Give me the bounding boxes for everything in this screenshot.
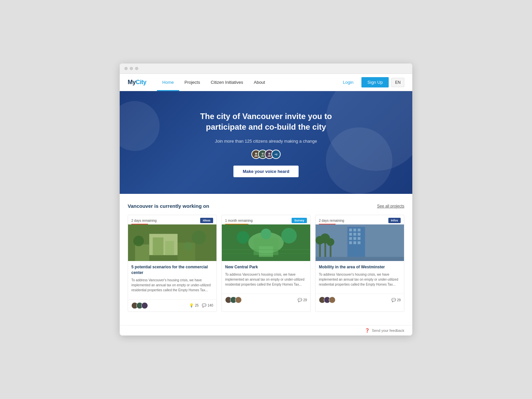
cta-button[interactable]: Make your voice heard [233, 166, 299, 177]
card-3-timer: 2 days remaining [319, 219, 344, 222]
svg-point-18 [237, 231, 249, 244]
svg-rect-31 [358, 233, 361, 236]
svg-rect-29 [349, 233, 352, 236]
svg-rect-34 [358, 237, 361, 240]
card-1-header: 2 days remaining Ideas [128, 215, 216, 224]
card-3-avatar-3 [329, 297, 335, 303]
projects-section: Vancouver is currently working on See al… [120, 194, 412, 325]
card-3-footer: 💬 29 [316, 294, 404, 306]
card-1-ideas-count: 25 [195, 304, 199, 307]
svg-point-20 [261, 229, 271, 239]
hero-avatars: +2 [128, 150, 404, 159]
svg-rect-37 [358, 241, 361, 244]
card-2-header: 1 month remaining Survey [222, 215, 310, 224]
feedback-icon: ❓ [365, 328, 370, 333]
svg-point-14 [184, 242, 193, 251]
nav-actions: Login Sign Up EN [337, 77, 404, 87]
svg-rect-35 [349, 241, 352, 244]
nav-about[interactable]: About [248, 74, 270, 91]
card-3-comments-count: 29 [397, 298, 401, 302]
svg-rect-9 [165, 241, 174, 255]
svg-point-43 [327, 238, 334, 246]
card-1-title: 5 potential scenarios for the commercial… [131, 264, 213, 276]
avatar-count: +2 [271, 150, 281, 159]
feedback-text[interactable]: Send your feedback [372, 329, 404, 332]
card-2-comments-count: 29 [303, 298, 307, 302]
nav-home[interactable]: Home [157, 74, 179, 91]
svg-rect-26 [349, 229, 352, 232]
see-all-link[interactable]: See all projects [377, 204, 404, 208]
navbar: MyCity Home Projects Citizen Initiatives… [120, 74, 412, 91]
svg-rect-33 [353, 237, 356, 240]
card-3-body: Mobility in the area of Westminster To a… [316, 261, 404, 294]
svg-point-3 [261, 155, 264, 157]
svg-rect-32 [349, 237, 352, 240]
svg-point-1 [254, 155, 258, 157]
card-2-timer: 1 month remaining [225, 219, 253, 222]
signup-button[interactable]: Sign Up [361, 77, 389, 87]
projects-header: Vancouver is currently working on See al… [128, 203, 404, 209]
card-3-image [316, 224, 404, 261]
comment-icon-3: 💬 [391, 298, 396, 302]
card-3-badge: Infos [388, 218, 401, 223]
card-3-stats: 💬 29 [391, 298, 401, 302]
browser-dot-green [135, 67, 138, 70]
card-1-avatars [131, 302, 148, 309]
project-card-3[interactable]: 2 days remaining Infos [315, 215, 404, 312]
nav-projects[interactable]: Projects [179, 74, 205, 91]
card-2-stat-comments: 💬 29 [298, 298, 307, 302]
card-2-body: New Central Park To address Vancouver's … [222, 261, 310, 294]
browser-dot-red [124, 67, 128, 70]
svg-rect-28 [358, 229, 361, 232]
card-1-stat-comments: 💬 140 [202, 303, 213, 308]
svg-rect-44 [316, 257, 404, 261]
card-1-comments-count: 140 [207, 304, 213, 307]
svg-rect-36 [353, 241, 356, 244]
card-3-desc: To address Vancouver's housing crisis, w… [319, 272, 401, 287]
card-3-title: Mobility in the area of Westminster [319, 264, 401, 270]
card-3-header: 2 days remaining Infos [316, 215, 404, 224]
svg-rect-21 [259, 246, 273, 257]
card-1-avatar-3 [141, 302, 148, 309]
site-logo[interactable]: MyCity [128, 79, 146, 86]
nav-citizen-initiatives[interactable]: Citizen Initiatives [205, 74, 249, 91]
projects-title: Vancouver is currently working on [128, 203, 209, 209]
cards-grid: 2 days remaining Ideas [128, 215, 404, 312]
svg-rect-30 [353, 233, 356, 236]
bulb-icon: 💡 [189, 303, 194, 308]
browser-dot-yellow [130, 67, 133, 70]
card-2-stats: 💬 29 [298, 298, 307, 302]
hero-section: The city of Vancouver invite you to part… [120, 91, 412, 194]
login-button[interactable]: Login [337, 78, 359, 87]
hero-subtitle: Join more than 125 citizens already maki… [128, 138, 404, 145]
nav-links: Home Projects Citizen Initiatives About [157, 74, 337, 91]
svg-point-19 [281, 228, 297, 244]
card-1-desc: To address Vancouver's housing crisis, w… [131, 278, 213, 293]
svg-point-12 [133, 236, 144, 246]
card-1-stats: 💡 25 💬 140 [189, 303, 213, 308]
card-1-timer: 2 days remaining [131, 219, 157, 222]
browser-window: MyCity Home Projects Citizen Initiatives… [120, 64, 412, 335]
svg-point-13 [192, 230, 206, 245]
card-3-stat-comments: 💬 29 [391, 298, 401, 302]
project-card-2[interactable]: 1 month remaining Survey [221, 215, 311, 312]
language-selector[interactable]: EN [391, 78, 404, 87]
project-card-1[interactable]: 2 days remaining Ideas [128, 215, 217, 312]
card-2-footer: 💬 29 [222, 294, 310, 306]
card-3-avatars [319, 297, 335, 303]
card-2-desc: To address Vancouver's housing crisis, w… [225, 272, 307, 287]
svg-point-2 [262, 153, 264, 155]
card-1-body: 5 potential scenarios for the commercial… [128, 261, 216, 299]
card-1-footer: 💡 25 💬 140 [128, 299, 216, 312]
card-2-title: New Central Park [225, 264, 307, 270]
card-1-badge: Ideas [200, 218, 213, 223]
svg-rect-10 [135, 245, 149, 261]
svg-rect-8 [153, 237, 163, 255]
hero-title: The city of Vancouver invite you to part… [186, 111, 346, 133]
card-2-image [222, 224, 310, 261]
card-2-badge: Survey [292, 218, 307, 223]
feedback-bar: ❓ Send your feedback [120, 325, 412, 335]
comment-icon: 💬 [202, 303, 206, 308]
card-1-image [128, 224, 216, 261]
svg-point-5 [268, 155, 271, 157]
